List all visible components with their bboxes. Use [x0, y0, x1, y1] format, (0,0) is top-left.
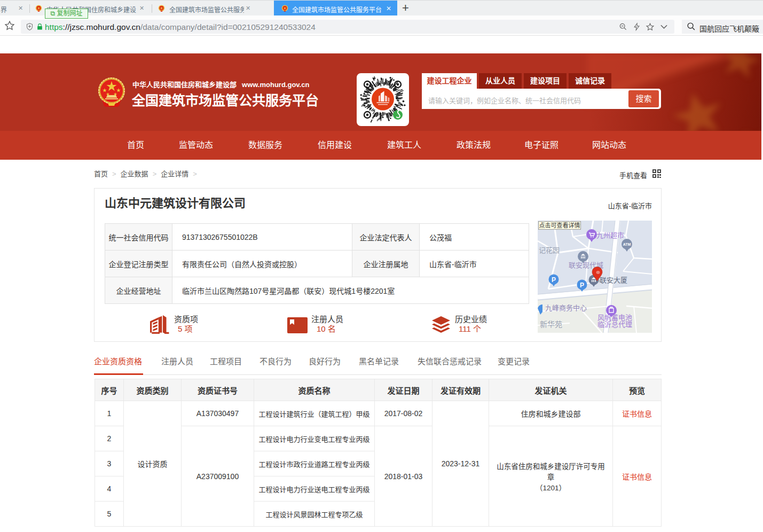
svg-text:九州超市: 九州超市 — [596, 231, 624, 239]
svg-text:联安大厦: 联安大厦 — [600, 276, 627, 284]
svg-text:P: P — [552, 276, 556, 284]
svg-text:临沂总代理: 临沂总代理 — [597, 320, 632, 328]
svg-text:记花园: 记花园 — [539, 246, 560, 254]
svg-text:九峰商务中心: 九峰商务中心 — [545, 304, 587, 312]
svg-text:ATM: ATM — [623, 242, 631, 246]
svg-text:新华苑: 新华苑 — [540, 320, 562, 328]
svg-text:P: P — [580, 281, 584, 289]
